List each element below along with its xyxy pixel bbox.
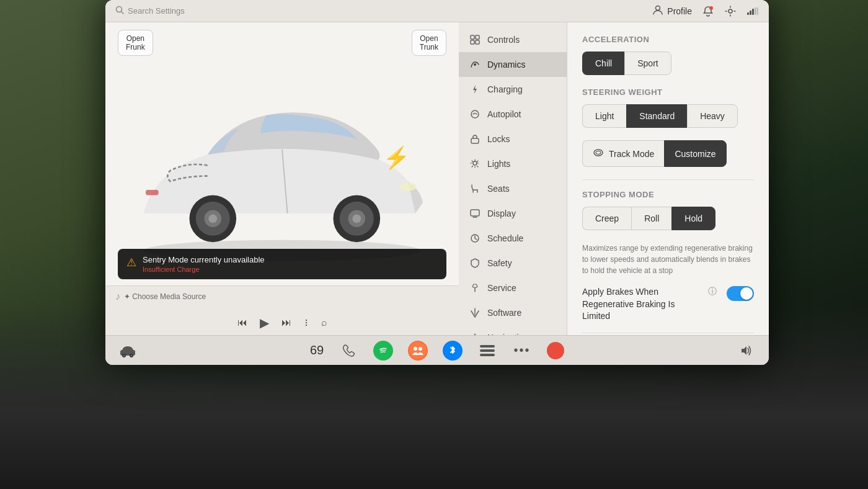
equalizer-button[interactable]: ⫶ — [304, 317, 309, 328]
schedule-icon — [469, 232, 481, 244]
svg-rect-9 — [750, 11, 751, 15]
stopping-roll-button[interactable]: Roll — [631, 207, 671, 230]
track-mode-row: Track Mode Customize — [582, 140, 754, 167]
svg-point-46 — [418, 347, 422, 351]
prev-button[interactable]: ⏮ — [237, 317, 247, 328]
steering-heavy-button[interactable]: Heavy — [687, 104, 738, 128]
nav-label-autopilot: Autopilot — [487, 109, 521, 119]
svg-rect-24 — [146, 190, 159, 195]
sentry-warning-icon: ⚠ — [126, 256, 136, 269]
tesla-screen: Search Settings Profile — [105, 0, 769, 365]
header-search[interactable]: Search Settings — [115, 6, 185, 16]
record-button[interactable] — [547, 342, 564, 359]
nav-label-service: Service — [487, 283, 516, 293]
svg-point-17 — [208, 214, 217, 223]
next-button[interactable]: ⏭ — [281, 317, 291, 328]
search-placeholder: Search Settings — [128, 6, 185, 16]
bell-icon[interactable] — [702, 5, 714, 17]
bluetooth-icon[interactable] — [443, 341, 463, 361]
sentry-title: Sentry Mode currently unavailable — [143, 255, 265, 264]
media-source[interactable]: ♪ ✦ Choose Media Source — [115, 291, 449, 302]
car-home-icon[interactable] — [118, 341, 138, 361]
apply-brakes-info-icon[interactable]: ⓘ — [708, 286, 717, 297]
stopping-creep-button[interactable]: Creep — [582, 207, 631, 230]
software-icon — [469, 307, 481, 319]
svg-point-32 — [473, 161, 477, 165]
nav-item-autopilot[interactable]: Autopilot — [459, 102, 567, 127]
nav-item-schedule[interactable]: Schedule — [459, 226, 567, 251]
svg-rect-48 — [480, 345, 495, 348]
svg-point-36 — [594, 150, 603, 156]
nav-label-controls: Controls — [487, 35, 520, 45]
nav-item-service[interactable]: Service — [459, 276, 567, 300]
people-icon[interactable] — [408, 341, 428, 361]
dynamics-icon — [469, 58, 481, 71]
phone-icon[interactable] — [339, 341, 358, 361]
profile-icon — [652, 4, 663, 17]
nav-item-dynamics[interactable]: Dynamics — [459, 52, 567, 77]
svg-point-23 — [399, 182, 417, 191]
taskbar-left — [118, 341, 138, 361]
nav-item-navigation[interactable]: Navigation — [459, 325, 567, 335]
stopping-mode-description: Maximizes range by extending regenerativ… — [582, 243, 754, 276]
steering-light-button[interactable]: Light — [582, 104, 626, 128]
acceleration-options: Chill Sport — [582, 52, 754, 75]
steering-weight-title: Steering Weight — [582, 87, 754, 97]
nav-item-controls[interactable]: Controls — [459, 27, 567, 52]
acceleration-sport-button[interactable]: Sport — [624, 52, 671, 75]
nav-item-software[interactable]: Software — [459, 300, 567, 325]
trunk-button[interactable]: Open Trunk — [412, 30, 446, 56]
frunk-button[interactable]: Open Frunk — [118, 30, 153, 56]
main-content: Open Frunk Open Trunk — [105, 22, 769, 335]
volume-icon[interactable] — [737, 341, 756, 361]
nav-item-seats[interactable]: Seats — [459, 176, 567, 201]
stopping-hold-button[interactable]: Hold — [671, 207, 715, 230]
acceleration-chill-button[interactable]: Chill — [582, 52, 624, 75]
svg-point-37 — [596, 151, 601, 155]
nav-label-schedule: Schedule — [487, 233, 523, 243]
settings-nav: Controls Dynamics Charging — [459, 22, 567, 335]
nav-label-lights: Lights — [487, 159, 510, 169]
nav-item-locks[interactable]: Locks — [459, 127, 567, 151]
nav-item-display[interactable]: Display — [459, 201, 567, 226]
charging-nav-icon — [469, 83, 481, 96]
nav-item-charging[interactable]: Charging — [459, 77, 567, 102]
spotify-icon[interactable] — [373, 341, 393, 361]
svg-line-1 — [122, 12, 124, 14]
nav-label-display: Display — [487, 209, 516, 218]
play-button[interactable]: ▶ — [260, 315, 269, 330]
nav-label-charging: Charging — [487, 84, 523, 94]
profile-button[interactable]: Profile — [652, 4, 692, 17]
steering-standard-button[interactable]: Standard — [626, 104, 687, 128]
safety-icon — [469, 257, 481, 269]
apply-brakes-toggle[interactable] — [727, 286, 754, 301]
customize-button[interactable]: Customize — [664, 140, 726, 167]
autopilot-icon — [469, 108, 481, 120]
music-note-icon: ♪ — [115, 291, 120, 302]
search-icon — [115, 6, 124, 16]
svg-rect-25 — [471, 35, 474, 39]
nav-label-locks: Locks — [487, 134, 510, 144]
sun-icon[interactable] — [724, 5, 737, 17]
svg-point-41 — [123, 354, 125, 356]
settings-panel: Controls Dynamics Charging — [459, 22, 769, 335]
more-icon[interactable]: ••• — [512, 341, 532, 361]
svg-point-30 — [471, 110, 479, 118]
charging-icon: ⚡ — [383, 145, 410, 171]
svg-point-21 — [352, 214, 361, 223]
nav-item-safety[interactable]: Safety — [459, 251, 567, 276]
svg-point-43 — [378, 345, 389, 356]
locks-icon — [469, 133, 481, 145]
svg-point-45 — [414, 347, 417, 351]
apply-brakes-toggle-bg[interactable] — [727, 286, 754, 301]
svg-rect-26 — [476, 35, 479, 39]
nav-item-lights[interactable]: Lights — [459, 151, 567, 176]
track-mode-label: Track Mode — [609, 149, 654, 159]
svg-rect-31 — [471, 138, 479, 143]
apply-brakes-label: Apply Brakes When Regenerative Braking I… — [582, 286, 703, 323]
track-mode-button[interactable]: Track Mode — [582, 140, 664, 167]
menu-icon[interactable] — [477, 341, 497, 361]
apply-brakes-toggle-knob — [740, 287, 753, 300]
controls-icon — [469, 34, 481, 46]
search-media-button[interactable]: ⌕ — [321, 317, 327, 328]
